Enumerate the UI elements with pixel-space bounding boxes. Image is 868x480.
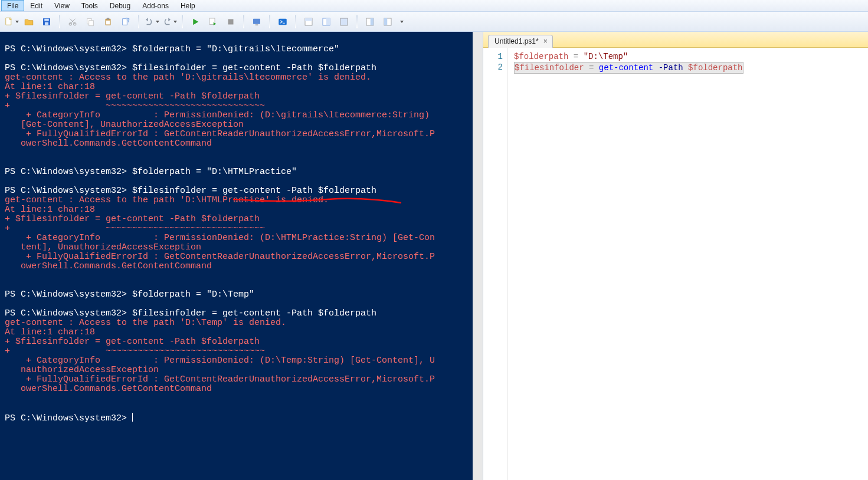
dropdown-icon xyxy=(156,21,159,23)
console-error-line: owerShell.Commands.GetContentCommand xyxy=(5,384,212,394)
svg-rect-21 xyxy=(340,18,348,25)
show-script-pane-max-button[interactable] xyxy=(336,14,352,29)
show-command-window-button[interactable] xyxy=(380,14,395,29)
separator xyxy=(269,15,270,28)
code-line: $folderpath = "D:\Temp" xyxy=(514,51,743,62)
console-pane[interactable]: PS C:\Windows\system32> $folderpath = "D… xyxy=(0,32,483,480)
menu-file[interactable]: File xyxy=(1,0,24,11)
console-line: PS C:\Windows\system32> $filesinfolder =… xyxy=(5,308,376,318)
svg-rect-18 xyxy=(305,18,312,21)
console-error-line: At line:1 char:18 xyxy=(5,327,95,337)
code-editor[interactable]: 1 2 $folderpath = "D:\Temp" $filesinfold… xyxy=(483,48,868,480)
svg-rect-25 xyxy=(384,18,387,25)
paste-button[interactable] xyxy=(100,14,116,29)
tab-title: Untitled1.ps1* xyxy=(494,37,539,45)
menu-debug[interactable]: Debug xyxy=(104,0,136,11)
redo-button[interactable] xyxy=(162,14,177,29)
separator xyxy=(182,15,183,28)
close-icon[interactable]: × xyxy=(543,37,548,45)
console-error-line: [Get-Content], UnauthorizedAccessExcepti… xyxy=(5,120,244,130)
separator xyxy=(59,15,60,28)
console-error-line: owerShell.Commands.GetContentCommand xyxy=(5,261,212,271)
menu-edit[interactable]: Edit xyxy=(24,0,48,11)
dropdown-icon xyxy=(173,21,177,23)
console-line: PS C:\Windows\system32> $filesinfolder =… xyxy=(5,186,376,196)
svg-rect-15 xyxy=(256,24,258,25)
console-line: PS C:\Windows\system32> $filesinfolder =… xyxy=(5,63,376,73)
console-error-line: owerShell.Commands.GetContentCommand xyxy=(5,139,212,149)
console-error-line: + $filesinfolder = get-content -Path $fo… xyxy=(5,214,260,224)
svg-rect-14 xyxy=(253,18,260,24)
code-line-selected: $filesinfolder = get-content -Path $fold… xyxy=(514,62,743,74)
console-error-line: At line:1 char:18 xyxy=(5,82,95,92)
toolbar-overflow-icon[interactable] xyxy=(400,21,404,23)
console-output[interactable]: PS C:\Windows\system32> $folderpath = "D… xyxy=(0,32,483,436)
separator xyxy=(243,15,244,28)
stop-button[interactable] xyxy=(223,14,238,29)
show-script-pane-right-button[interactable] xyxy=(319,14,334,29)
run-selection-button[interactable] xyxy=(205,14,221,29)
console-error-line: tent], UnauthorizedAccessException xyxy=(5,242,201,252)
console-line: PS C:\Windows\system32> $folderpath = "D… xyxy=(5,290,254,300)
console-error-line: + ~~~~~~~~~~~~~~~~~~~~~~~~~~~~~~ xyxy=(5,223,265,234)
separator xyxy=(295,15,296,28)
console-error-line: + FullyQualifiedErrorId : GetContentRead… xyxy=(5,252,435,262)
svg-rect-9 xyxy=(107,18,110,19)
svg-rect-10 xyxy=(106,20,110,24)
console-prompt[interactable]: PS C:\Windows\system32> xyxy=(5,413,133,423)
console-line: PS C:\Windows\system32> $folderpath = "D… xyxy=(5,167,297,177)
new-remote-tab-button[interactable] xyxy=(249,14,264,29)
line-number: 2 xyxy=(483,62,503,73)
console-error-line: + ~~~~~~~~~~~~~~~~~~~~~~~~~~~~~~ xyxy=(5,101,265,111)
annotation-underline xyxy=(233,196,404,209)
console-error-line: get-content : Access to the path 'D:\Tem… xyxy=(5,318,286,328)
menu-view[interactable]: View xyxy=(48,0,76,11)
separator xyxy=(138,15,139,28)
start-powershell-button[interactable] xyxy=(275,14,290,29)
console-error-line: + CategoryInfo : PermissionDenied: (D:\H… xyxy=(5,233,435,243)
run-script-button[interactable] xyxy=(188,14,203,29)
code-content[interactable]: $folderpath = "D:\Temp" $filesinfolder =… xyxy=(508,48,743,480)
console-error-line: get-content : Access to the path 'D:\git… xyxy=(5,73,371,83)
script-pane: Untitled1.ps1* × 1 2 $folderpath = "D:\T… xyxy=(483,32,868,480)
undo-button[interactable] xyxy=(144,14,159,29)
line-number: 1 xyxy=(483,51,503,62)
console-line: PS C:\Windows\system32> $folderpath = "D… xyxy=(5,44,339,54)
save-button[interactable] xyxy=(39,14,54,29)
open-file-button[interactable] xyxy=(21,14,37,29)
svg-rect-3 xyxy=(45,22,48,25)
cut-button[interactable] xyxy=(65,14,80,29)
console-error-line: + CategoryInfo : PermissionDenied: (D:\T… xyxy=(5,356,435,366)
cursor-icon xyxy=(132,413,133,422)
editor-tab[interactable]: Untitled1.ps1* × xyxy=(488,35,553,48)
svg-point-4 xyxy=(69,22,72,25)
clear-console-button[interactable] xyxy=(118,14,133,29)
separator xyxy=(356,15,358,28)
toolbar xyxy=(0,12,868,32)
scrollbar[interactable] xyxy=(473,32,483,480)
menu-tools[interactable]: Tools xyxy=(76,0,104,11)
show-script-pane-top-button[interactable] xyxy=(301,14,316,29)
line-number-gutter: 1 2 xyxy=(483,48,508,480)
menu-help[interactable]: Help xyxy=(175,0,201,11)
new-file-button[interactable] xyxy=(4,14,19,29)
editor-tabstrip: Untitled1.ps1* × xyxy=(483,32,868,48)
console-error-line: At line:1 char:18 xyxy=(5,205,95,215)
console-error-line: nauthorizedAccessException xyxy=(5,365,159,375)
dropdown-icon xyxy=(15,21,19,23)
console-error-line: + ~~~~~~~~~~~~~~~~~~~~~~~~~~~~~~ xyxy=(5,346,265,356)
svg-rect-2 xyxy=(44,18,49,21)
show-command-addon-button[interactable] xyxy=(362,14,378,29)
svg-rect-7 xyxy=(89,20,94,25)
main-split: PS C:\Windows\system32> $folderpath = "D… xyxy=(0,32,868,480)
menu-addons[interactable]: Add-ons xyxy=(136,0,175,11)
copy-button[interactable] xyxy=(83,14,98,29)
svg-rect-23 xyxy=(371,18,374,25)
console-error-line: + $filesinfolder = get-content -Path $fo… xyxy=(5,91,260,101)
svg-rect-20 xyxy=(326,18,330,25)
console-error-line: + FullyQualifiedErrorId : GetContentRead… xyxy=(5,374,435,384)
console-error-line: + $filesinfolder = get-content -Path $fo… xyxy=(5,337,260,347)
svg-point-5 xyxy=(74,22,77,25)
console-error-line: + CategoryInfo : PermissionDenied: (D:\g… xyxy=(5,110,430,120)
svg-rect-13 xyxy=(228,19,234,24)
